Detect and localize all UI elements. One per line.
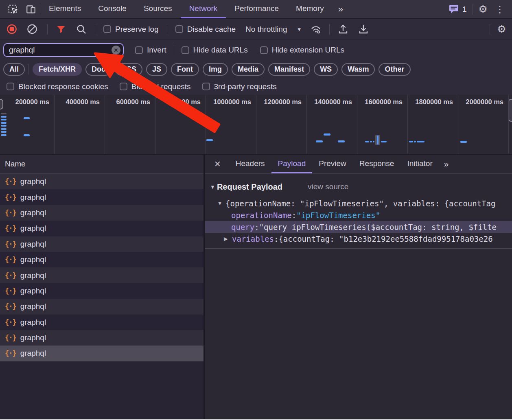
payload-line[interactable]: ▼{operationName: "ipFlowTimeseries", var… bbox=[205, 197, 512, 209]
invert-checkbox[interactable] bbox=[135, 46, 143, 54]
throttling-select[interactable]: No throttling ▾ bbox=[245, 25, 301, 34]
overview-tick-label: 1600000 ms bbox=[352, 98, 403, 106]
detail-more-tabs-chevron[interactable]: » bbox=[439, 155, 454, 173]
tab-network[interactable]: Network bbox=[181, 0, 226, 18]
tree-collapsed-icon[interactable]: ▶ bbox=[224, 236, 232, 242]
table-row[interactable]: {·}graphql bbox=[0, 189, 203, 205]
import-har-icon[interactable] bbox=[338, 24, 348, 35]
payload-line[interactable]: ▶variables: {accountTag: "b12e3b2192ee55… bbox=[205, 233, 512, 245]
settings-gear-icon[interactable]: ⚙ bbox=[479, 4, 488, 14]
chip-fetch-xhr[interactable]: Fetch/XHR bbox=[33, 63, 82, 76]
payload-tree: ▼{operationName: "ipFlowTimeseries", var… bbox=[205, 197, 512, 245]
kebab-menu-icon[interactable]: ⋮ bbox=[493, 4, 506, 15]
blocked-response-cookies-toggle[interactable]: Blocked response cookies bbox=[7, 82, 108, 91]
search-icon[interactable] bbox=[76, 24, 87, 35]
table-row[interactable]: {·}graphql bbox=[0, 221, 203, 236]
network-overview-timeline[interactable]: 200000 ms400000 ms600000 ms800000 ms1000… bbox=[0, 95, 512, 155]
hide-extension-urls-toggle[interactable]: Hide extension URLs bbox=[260, 46, 344, 55]
export-har-icon[interactable] bbox=[358, 24, 369, 35]
hide-data-urls-checkbox[interactable] bbox=[182, 46, 189, 54]
payload-line[interactable]: query: "query ipFlowTimeseries($accountT… bbox=[205, 221, 512, 233]
close-detail-icon[interactable]: ✕ bbox=[205, 155, 229, 173]
chip-ws[interactable]: WS bbox=[314, 63, 338, 76]
network-settings-gear-icon[interactable]: ⚙ bbox=[497, 24, 506, 34]
preserve-log-toggle[interactable]: Preserve log bbox=[103, 25, 159, 34]
table-row[interactable]: {·}graphql bbox=[0, 267, 203, 283]
chip-separator bbox=[28, 64, 29, 74]
fetch-xhr-icon: {·} bbox=[5, 240, 16, 248]
overview-request-bar bbox=[373, 141, 374, 142]
chip-css[interactable]: CSS bbox=[115, 63, 142, 76]
requests-list: {·}graphql{·}graphql{·}graphql{·}graphql… bbox=[0, 174, 203, 361]
table-row[interactable]: {·}graphql bbox=[0, 205, 203, 221]
filter-icon[interactable] bbox=[56, 24, 66, 35]
devtools-tabbar: ElementsConsoleSourcesNetworkPerformance… bbox=[0, 0, 512, 19]
table-row[interactable]: {·}graphql bbox=[0, 236, 203, 252]
request-name: graphql bbox=[20, 224, 46, 233]
network-main-area: Name {·}graphql{·}graphql{·}graphql{·}gr… bbox=[0, 155, 512, 420]
inspect-element-icon[interactable] bbox=[4, 0, 22, 18]
chip-doc[interactable]: Doc bbox=[85, 63, 112, 76]
detail-tab-payload[interactable]: Payload bbox=[271, 155, 313, 173]
filter-text-input[interactable] bbox=[4, 46, 106, 55]
blocked-requests-checkbox[interactable] bbox=[120, 83, 127, 90]
disable-cache-toggle[interactable]: Disable cache bbox=[175, 25, 236, 34]
chip-media[interactable]: Media bbox=[232, 63, 265, 76]
device-toolbar-icon[interactable] bbox=[22, 0, 40, 18]
chip-all[interactable]: All bbox=[3, 63, 25, 76]
clear-filter-icon[interactable]: ✕ bbox=[112, 46, 120, 55]
overview-request-bar bbox=[370, 141, 372, 142]
table-row[interactable]: {·}graphql bbox=[0, 299, 203, 314]
table-row[interactable]: {·}graphql bbox=[0, 346, 203, 361]
chip-font[interactable]: Font bbox=[171, 63, 199, 76]
detail-tab-headers[interactable]: Headers bbox=[229, 155, 271, 173]
chip-img[interactable]: Img bbox=[203, 63, 228, 76]
hide-data-urls-toggle[interactable]: Hide data URLs bbox=[182, 46, 248, 55]
payload-view: ▼ Request Payload view source ▼{operatio… bbox=[205, 174, 512, 420]
overview-request-bar bbox=[381, 141, 387, 142]
clear-network-log-icon[interactable] bbox=[27, 24, 37, 35]
issues-counter[interactable]: 1 bbox=[449, 4, 467, 14]
tab-elements[interactable]: Elements bbox=[40, 0, 90, 18]
network-conditions-icon[interactable] bbox=[311, 24, 321, 35]
payload-line[interactable]: operationName: "ipFlowTimeseries" bbox=[205, 209, 512, 221]
view-source-link[interactable]: view source bbox=[308, 182, 348, 191]
hide-extension-urls-checkbox[interactable] bbox=[260, 46, 268, 54]
tab-sources[interactable]: Sources bbox=[135, 0, 181, 18]
detail-tab-response[interactable]: Response bbox=[353, 155, 401, 173]
table-row[interactable]: {·}graphql bbox=[0, 252, 203, 267]
payload-segment-key: query bbox=[231, 223, 254, 232]
chip-manifest[interactable]: Manifest bbox=[268, 63, 310, 76]
third-party-requests-checkbox[interactable] bbox=[202, 83, 210, 90]
tab-memory[interactable]: Memory bbox=[287, 0, 333, 18]
table-row[interactable]: {·}graphql bbox=[0, 174, 203, 189]
fetch-xhr-icon: {·} bbox=[5, 193, 16, 201]
chip-wasm[interactable]: Wasm bbox=[341, 63, 375, 76]
invert-toggle[interactable]: Invert bbox=[135, 46, 166, 55]
filter-row: ✕ Invert Hide data URLs Hide extension U… bbox=[0, 40, 512, 60]
record-network-log-icon[interactable] bbox=[7, 24, 17, 35]
chip-js[interactable]: JS bbox=[146, 63, 167, 76]
name-column-header[interactable]: Name bbox=[0, 155, 203, 174]
preserve-log-checkbox[interactable] bbox=[103, 25, 111, 33]
request-name: graphql bbox=[20, 271, 46, 280]
section-collapse-icon[interactable]: ▼ bbox=[210, 184, 215, 190]
blocked-requests-toggle[interactable]: Blocked requests bbox=[120, 82, 191, 91]
tree-expanded-icon[interactable]: ▼ bbox=[217, 201, 225, 206]
table-row[interactable]: {·}graphql bbox=[0, 330, 203, 346]
detail-tab-initiator[interactable]: Initiator bbox=[400, 155, 439, 173]
more-tabs-chevron[interactable]: » bbox=[333, 0, 349, 18]
request-name: graphql bbox=[20, 193, 46, 202]
tab-console[interactable]: Console bbox=[90, 0, 135, 18]
overview-tick-label: 1000000 ms bbox=[201, 98, 251, 106]
request-name: graphql bbox=[20, 302, 46, 311]
table-row[interactable]: {·}graphql bbox=[0, 283, 203, 299]
detail-tab-preview[interactable]: Preview bbox=[312, 155, 353, 173]
blocked-response-cookies-checkbox[interactable] bbox=[7, 83, 14, 90]
disable-cache-checkbox[interactable] bbox=[175, 25, 183, 33]
table-row[interactable]: {·}graphql bbox=[0, 315, 203, 330]
filter-input-box[interactable]: ✕ bbox=[3, 43, 124, 57]
tab-performance[interactable]: Performance bbox=[226, 0, 287, 18]
third-party-requests-toggle[interactable]: 3rd-party requests bbox=[202, 82, 277, 91]
chip-other[interactable]: Other bbox=[379, 63, 410, 76]
